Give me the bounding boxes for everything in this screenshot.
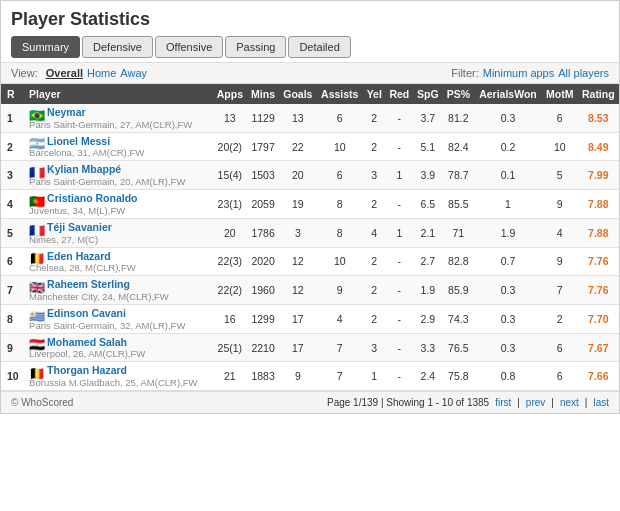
player-detail: Barcelona, 31, AM(CR),FW — [29, 147, 210, 158]
player-goals: 3 — [279, 218, 317, 247]
player-ps: 71 — [443, 218, 474, 247]
player-spg: 2.7 — [413, 247, 442, 276]
player-rank: 2 — [1, 132, 23, 161]
player-spg: 2.4 — [413, 362, 442, 391]
table-row: 5 🇫🇷Téji Savanier Nimes, 27, M(C) 20 178… — [1, 218, 619, 247]
footer: © WhoScored Page 1/139 | Showing 1 - 10 … — [1, 391, 619, 413]
col-apps: Apps — [213, 84, 247, 104]
player-yel: 3 — [363, 333, 386, 362]
view-home[interactable]: Home — [87, 67, 116, 79]
player-goals: 19 — [279, 190, 317, 219]
player-motm: 4 — [542, 218, 578, 247]
pagination-last[interactable]: last — [593, 397, 609, 408]
tab-offensive[interactable]: Offensive — [155, 36, 223, 58]
player-flag: 🇧🇷 — [29, 108, 45, 119]
header: Player Statistics SummaryDefensiveOffens… — [1, 1, 619, 62]
player-info: 🇫🇷Kylian Mbappé Paris Saint-Germain, 20,… — [23, 161, 213, 190]
player-motm: 6 — [542, 104, 578, 132]
col-red: Red — [386, 84, 414, 104]
page-title: Player Statistics — [11, 9, 609, 30]
player-motm: 6 — [542, 362, 578, 391]
player-motm: 5 — [542, 161, 578, 190]
view-filter-row: View: Overall Home Away Filter: Minimum … — [1, 62, 619, 84]
tab-passing[interactable]: Passing — [225, 36, 286, 58]
player-rating: 7.67 — [578, 333, 619, 362]
tab-bar: SummaryDefensiveOffensivePassingDetailed — [11, 36, 609, 58]
player-red: 1 — [386, 161, 414, 190]
player-mins: 2210 — [247, 333, 279, 362]
player-red: - — [386, 190, 414, 219]
whoscored-credit: © WhoScored — [11, 397, 73, 408]
player-rank: 10 — [1, 362, 23, 391]
player-spg: 3.3 — [413, 333, 442, 362]
pagination-first[interactable]: first — [495, 397, 511, 408]
player-rating: 7.88 — [578, 190, 619, 219]
player-mins: 1503 — [247, 161, 279, 190]
player-aerials: 0.3 — [474, 276, 542, 305]
player-ps: 78.7 — [443, 161, 474, 190]
col-motm: MotM — [542, 84, 578, 104]
player-name[interactable]: 🇧🇪Thorgan Hazard — [29, 364, 210, 377]
player-info: 🇵🇹Cristiano Ronaldo Juventus, 34, M(L),F… — [23, 190, 213, 219]
player-name[interactable]: 🇧🇷Neymar — [29, 106, 210, 119]
player-rating: 8.53 — [578, 104, 619, 132]
player-rating: 7.66 — [578, 362, 619, 391]
player-name[interactable]: 🇫🇷Kylian Mbappé — [29, 163, 210, 176]
player-yel: 2 — [363, 132, 386, 161]
player-assists: 7 — [317, 333, 363, 362]
tab-summary[interactable]: Summary — [11, 36, 80, 58]
table-row: 9 🇪🇬Mohamed Salah Liverpool, 26, AM(CLR)… — [1, 333, 619, 362]
player-rating: 7.76 — [578, 247, 619, 276]
player-assists: 6 — [317, 161, 363, 190]
player-red: 1 — [386, 218, 414, 247]
player-name[interactable]: 🇫🇷Téji Savanier — [29, 221, 210, 234]
tab-defensive[interactable]: Defensive — [82, 36, 153, 58]
player-name[interactable]: 🇦🇷Lionel Messi — [29, 135, 210, 148]
player-aerials: 0.3 — [474, 333, 542, 362]
player-spg: 3.9 — [413, 161, 442, 190]
player-name[interactable]: 🇧🇪Eden Hazard — [29, 250, 210, 263]
player-aerials: 0.3 — [474, 305, 542, 334]
pagination: Page 1/139 | Showing 1 - 10 of 1385 firs… — [327, 397, 609, 408]
player-info: 🇪🇬Mohamed Salah Liverpool, 26, AM(CLR),F… — [23, 333, 213, 362]
player-detail: Liverpool, 26, AM(CLR),FW — [29, 348, 210, 359]
table-row: 6 🇧🇪Eden Hazard Chelsea, 28, M(CLR),FW 2… — [1, 247, 619, 276]
pagination-prev[interactable]: prev — [526, 397, 545, 408]
player-apps: 15(4) — [213, 161, 247, 190]
filter-minimum-apps[interactable]: Minimum apps — [483, 67, 555, 79]
player-red: - — [386, 333, 414, 362]
player-ps: 85.5 — [443, 190, 474, 219]
player-name[interactable]: 🇺🇾Edinson Cavani — [29, 307, 210, 320]
player-name[interactable]: 🇵🇹Cristiano Ronaldo — [29, 192, 210, 205]
player-aerials: 0.7 — [474, 247, 542, 276]
tab-detailed[interactable]: Detailed — [288, 36, 350, 58]
player-yel: 4 — [363, 218, 386, 247]
player-name[interactable]: 🇪🇬Mohamed Salah — [29, 336, 210, 349]
player-apps: 22(3) — [213, 247, 247, 276]
view-overall[interactable]: Overall — [46, 67, 83, 79]
player-detail: Paris Saint-Germain, 32, AM(LR),FW — [29, 320, 210, 331]
player-red: - — [386, 305, 414, 334]
view-label: View: — [11, 67, 38, 79]
player-apps: 21 — [213, 362, 247, 391]
player-mins: 1299 — [247, 305, 279, 334]
player-mins: 1883 — [247, 362, 279, 391]
table-row: 3 🇫🇷Kylian Mbappé Paris Saint-Germain, 2… — [1, 161, 619, 190]
player-aerials: 1 — [474, 190, 542, 219]
player-name[interactable]: 🇬🇧Raheem Sterling — [29, 278, 210, 291]
filter-all-players[interactable]: All players — [558, 67, 609, 79]
player-yel: 2 — [363, 104, 386, 132]
view-away[interactable]: Away — [120, 67, 147, 79]
player-goals: 17 — [279, 333, 317, 362]
player-detail: Paris Saint-Germain, 20, AM(LR),FW — [29, 176, 210, 187]
player-apps: 20 — [213, 218, 247, 247]
player-info: 🇬🇧Raheem Sterling Manchester City, 24, M… — [23, 276, 213, 305]
player-spg: 2.9 — [413, 305, 442, 334]
player-red: - — [386, 132, 414, 161]
player-rating: 7.88 — [578, 218, 619, 247]
table-row: 2 🇦🇷Lionel Messi Barcelona, 31, AM(CR),F… — [1, 132, 619, 161]
player-mins: 1960 — [247, 276, 279, 305]
pagination-next[interactable]: next — [560, 397, 579, 408]
view-section: View: Overall Home Away — [11, 67, 147, 79]
player-ps: 81.2 — [443, 104, 474, 132]
